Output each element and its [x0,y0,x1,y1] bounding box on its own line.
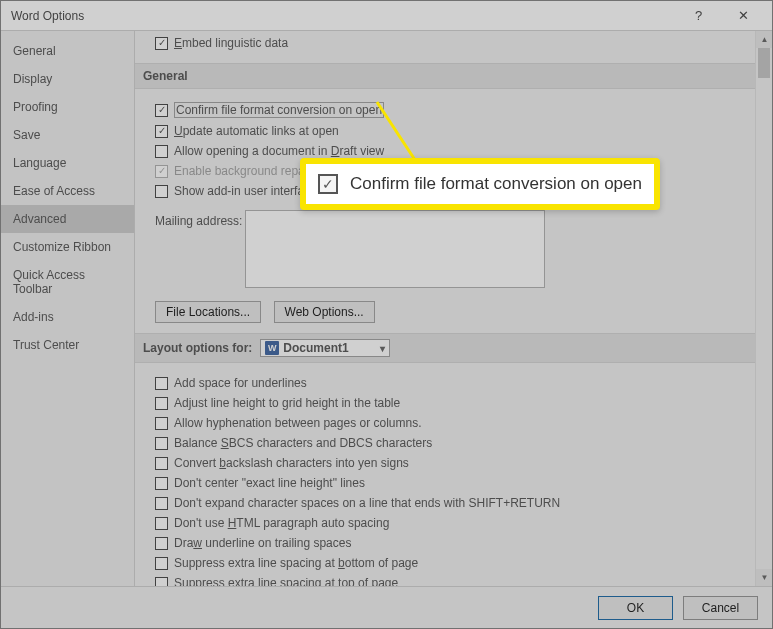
options-scroll-area: Embed linguistic data General Confirm fi… [135,31,755,586]
layout-document-select[interactable]: W Document1 [260,339,390,357]
update-automatic-links-checkbox[interactable]: Update automatic links at open [155,121,751,141]
checkbox-label: Allow hyphenation between pages or colum… [174,416,422,430]
scroll-up-button[interactable]: ▲ [756,31,772,48]
scroll-down-button[interactable]: ▼ [756,569,772,586]
layout-option-checkbox[interactable]: Draw underline on trailing spaces [155,533,751,553]
help-button[interactable]: ? [676,1,721,31]
word-icon: W [265,341,279,355]
sidebar-item-language[interactable]: Language [1,149,134,177]
embed-linguistic-data-checkbox[interactable]: Embed linguistic data [155,33,751,53]
sidebar-item-customize-ribbon[interactable]: Customize Ribbon [1,233,134,261]
confirm-file-format-conversion-checkbox[interactable]: Confirm file format conversion on open [155,99,751,121]
mailing-address-input[interactable] [245,210,545,288]
checkbox-icon [155,377,168,390]
ok-button[interactable]: OK [598,596,673,620]
checkbox-icon [155,437,168,450]
sidebar-item-save[interactable]: Save [1,121,134,149]
checkbox-icon [155,104,168,117]
file-locations-button[interactable]: File Locations... [155,301,261,323]
sidebar-item-general[interactable]: General [1,37,134,65]
dialog-title: Word Options [7,9,676,23]
checkbox-label: Adjust line height to grid height in the… [174,396,400,410]
layout-option-checkbox[interactable]: Add space for underlines [155,373,751,393]
layout-option-checkbox[interactable]: Convert backslash characters into yen si… [155,453,751,473]
layout-options-list: Add space for underlinesAdjust line heig… [155,373,751,586]
callout-highlight: ✓ Confirm file format conversion on open [300,158,660,210]
dialog-body: General Display Proofing Save Language E… [1,31,772,586]
sidebar-item-proofing[interactable]: Proofing [1,93,134,121]
checkbox-label: Confirm file format conversion on open [174,102,384,118]
checkbox-label: Draw underline on trailing spaces [174,536,351,550]
word-options-dialog: Word Options ? ✕ General Display Proofin… [0,0,773,629]
section-general: General [135,63,755,89]
layout-option-checkbox[interactable]: Adjust line height to grid height in the… [155,393,751,413]
dialog-footer: OK Cancel [1,586,772,628]
layout-option-checkbox[interactable]: Balance SBCS characters and DBCS charact… [155,433,751,453]
checkbox-icon [155,37,168,50]
layout-option-checkbox[interactable]: Don't use HTML paragraph auto spacing [155,513,751,533]
titlebar: Word Options ? ✕ [1,1,772,31]
sidebar-item-advanced[interactable]: Advanced [1,205,134,233]
checkbox-label: Add space for underlines [174,376,307,390]
checkbox-icon [155,457,168,470]
callout-text: Confirm file format conversion on open [350,174,642,194]
sidebar-item-ease-of-access[interactable]: Ease of Access [1,177,134,205]
sidebar: General Display Proofing Save Language E… [1,31,135,586]
sidebar-item-quick-access-toolbar[interactable]: Quick Access Toolbar [1,261,134,303]
checkbox-icon [155,145,168,158]
checkbox-label: Balance SBCS characters and DBCS charact… [174,436,432,450]
main-pane: Embed linguistic data General Confirm fi… [135,31,772,586]
cancel-button[interactable]: Cancel [683,596,758,620]
general-buttons-row: File Locations... Web Options... [155,301,751,323]
layout-option-checkbox[interactable]: Don't center "exact line height" lines [155,473,751,493]
section-layout-label: Layout options for: [143,341,252,355]
checkbox-icon [155,185,168,198]
checkbox-icon [155,497,168,510]
mailing-address-row: Mailing address: [155,207,751,291]
layout-option-checkbox[interactable]: Suppress extra line spacing at bottom of… [155,553,751,573]
checkbox-icon [155,165,168,178]
checkbox-icon [155,537,168,550]
close-button[interactable]: ✕ [721,1,766,31]
sidebar-item-display[interactable]: Display [1,65,134,93]
checkbox-icon [155,577,168,587]
checkbox-icon [155,397,168,410]
sidebar-item-trust-center[interactable]: Trust Center [1,331,134,359]
web-options-button[interactable]: Web Options... [274,301,375,323]
layout-option-checkbox[interactable]: Allow hyphenation between pages or colum… [155,413,751,433]
checkbox-label: Suppress extra line spacing at top of pa… [174,576,398,586]
checkbox-icon [155,125,168,138]
checkbox-icon [155,557,168,570]
checkbox-label: Don't use HTML paragraph auto spacing [174,516,389,530]
checkbox-icon [155,417,168,430]
callout-checkbox-icon: ✓ [318,174,338,194]
layout-option-checkbox[interactable]: Suppress extra line spacing at top of pa… [155,573,751,586]
checkbox-label: Don't center "exact line height" lines [174,476,365,490]
layout-document-selected: Document1 [283,341,348,355]
checkbox-label: Suppress extra line spacing at bottom of… [174,556,418,570]
scroll-thumb[interactable] [758,48,770,78]
checkbox-icon [155,517,168,530]
sidebar-item-add-ins[interactable]: Add-ins [1,303,134,331]
checkbox-label: Convert backslash characters into yen si… [174,456,409,470]
checkbox-label: Don't expand character spaces on a line … [174,496,560,510]
checkbox-icon [155,477,168,490]
section-layout-options: Layout options for: W Document1 [135,333,755,363]
vertical-scrollbar[interactable]: ▲ ▼ [755,31,772,586]
scroll-track[interactable] [756,48,772,569]
layout-option-checkbox[interactable]: Don't expand character spaces on a line … [155,493,751,513]
